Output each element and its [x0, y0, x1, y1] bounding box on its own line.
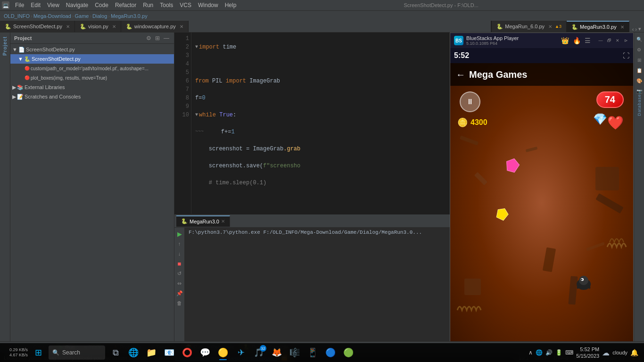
run-tab-megarun3[interactable]: 🐍 MegaRun3.0 ✕	[176, 215, 230, 227]
tab-close-megarun6[interactable]: ✕	[548, 24, 552, 29]
taskbar-app-red[interactable]: ⭕	[179, 344, 196, 361]
taskbar-clock[interactable]: 5:52 PM 5/15/2023	[576, 346, 599, 360]
pause-button[interactable]: ⏸	[460, 91, 480, 112]
run-tab-close[interactable]: ✕	[221, 219, 225, 224]
menu-help[interactable]: Help	[222, 1, 239, 9]
tab-vision[interactable]: 🐍 vision.py ✕	[75, 21, 121, 32]
bs-minimize-btn[interactable]: —	[597, 37, 604, 44]
taskbar-app-bluestacks[interactable]: 🟢	[340, 344, 357, 361]
debris-7	[543, 247, 556, 272]
tree-item-plotboxes[interactable]: 🔴 plot_boxes(img, results, move=True)	[10, 73, 174, 82]
tab-scroll-left[interactable]: ‹	[632, 26, 634, 32]
taskbar-app-taskview[interactable]: ⧉	[107, 344, 124, 361]
bs-zoom-icon[interactable]: ⛶	[623, 52, 629, 59]
run-up-btn[interactable]: ↑	[175, 239, 184, 248]
chevron-up-icon[interactable]: ∧	[528, 349, 533, 356]
tab-close-screenshotdetect[interactable]: ✕	[66, 24, 70, 29]
breadcrumb-item-3[interactable]: Dialog	[92, 13, 107, 19]
tree-item-screenshotdetect[interactable]: ▼ 🐍 ScreenShotDetect.py	[10, 54, 174, 64]
tab-windowcapture[interactable]: 🐍 windowcapture.py ✕	[121, 21, 189, 32]
tree-item-root[interactable]: ▼ 📄 ScreenShotDetect.py	[10, 45, 174, 54]
notification-center-icon[interactable]: 🔔	[630, 349, 638, 356]
taskbar-app-teams[interactable]: 💬	[197, 344, 214, 361]
project-gear-icon[interactable]: ⚙	[145, 35, 152, 41]
fold-1[interactable]: ▼	[195, 43, 198, 51]
start-button[interactable]: ⊞	[30, 344, 47, 361]
extlibs-icon: 📚	[17, 84, 24, 90]
run-down-btn[interactable]: ↓	[175, 249, 184, 258]
breadcrumb-item-2[interactable]: Game	[74, 13, 89, 19]
pause-icon: ⏸	[466, 98, 474, 106]
back-button[interactable]: ←	[456, 69, 465, 80]
sidebar-right-color[interactable]: 🎨	[635, 76, 644, 85]
taskbar-app-explorer[interactable]: 📁	[143, 344, 160, 361]
bs-extra-btn[interactable]: ⊳	[623, 37, 629, 44]
run-rerun-btn[interactable]: ↺	[175, 269, 184, 278]
sidebar-right-copy[interactable]: 📋	[635, 66, 644, 75]
run-trash-btn[interactable]: 🗑	[175, 299, 184, 307]
tab-screenshotdetect[interactable]: 🐍 ScreenShotDetect.py ✕	[0, 21, 75, 32]
tree-label-scratches: Scratches and Consoles	[25, 94, 81, 99]
tab-scroll-right[interactable]: ›	[635, 26, 637, 32]
bs-icon-2[interactable]: 🔥	[573, 37, 581, 44]
fold-5[interactable]: ▼	[195, 111, 198, 119]
tree-item-scratches[interactable]: ▶ 📝 Scratches and Consoles	[10, 92, 174, 101]
tree-item-custom[interactable]: 🔴 custom(path_or_model='path/to/model.pt…	[10, 64, 174, 73]
project-title: Project	[14, 35, 143, 41]
tab-megarun6[interactable]: 🐍 MegaRun_6.0.py ✕ ▲3	[492, 21, 567, 32]
taskbar-search-bar[interactable]: 🔍 Search	[49, 346, 105, 360]
tab-megarun3[interactable]: 🐍 MegaRun3.0.py ✕	[567, 21, 629, 32]
menu-code[interactable]: Code	[92, 1, 111, 9]
tab-close-vision[interactable]: ✕	[112, 24, 116, 29]
keyboard-icon[interactable]: ⌨	[565, 349, 573, 356]
run-stop-btn[interactable]: ■	[175, 259, 184, 268]
taskbar-app-pycharm[interactable]: 🟡	[215, 344, 231, 361]
project-layout-icon[interactable]: ⊞	[154, 35, 161, 41]
project-close-icon[interactable]: —	[163, 35, 170, 41]
bs-restore-btn[interactable]: 🗗	[606, 37, 612, 44]
run-play-btn[interactable]: ▶	[175, 230, 184, 238]
tree-item-extlibs[interactable]: ▶ 📚 External Libraries	[10, 82, 174, 92]
tab-close-megarun3[interactable]: ✕	[620, 25, 624, 30]
taskbar-app-telegram[interactable]: ✈	[232, 344, 249, 361]
volume-icon[interactable]: 🔊	[545, 349, 553, 356]
taskbar-app-mail[interactable]: 📧	[161, 344, 178, 361]
menu-run[interactable]: Run	[140, 1, 156, 9]
bs-menu-icon[interactable]: ☰	[585, 37, 591, 44]
weather-icon[interactable]: ☁	[602, 348, 610, 357]
sidebar-right-search[interactable]: 🔍	[635, 34, 644, 44]
network-icon[interactable]: 🌐	[536, 349, 543, 356]
run-wrap-btn[interactable]: ⇔	[175, 279, 184, 288]
bs-close-btn[interactable]: ✕	[614, 37, 621, 44]
menu-tools[interactable]: Tools	[157, 1, 176, 9]
menu-edit[interactable]: Edit	[28, 1, 43, 9]
taskbar-app-misc2[interactable]: 📱	[304, 344, 321, 361]
sidebar-right-gear[interactable]: ⚙	[635, 45, 644, 54]
run-pin-btn[interactable]: 📌	[175, 289, 184, 297]
project-tree-panel: Project ⚙ ⊞ — ▼ 📄 ScreenShotDetect.py ▼ …	[10, 33, 174, 341]
run-tab-label: MegaRun3.0	[190, 219, 219, 224]
taskbar-app-misc3[interactable]: 🔵	[322, 344, 339, 361]
clock-date: 5/15/2023	[576, 353, 599, 359]
menu-vcs[interactable]: VCS	[177, 1, 194, 9]
breadcrumb-item-1[interactable]: Mega-Download	[33, 13, 71, 19]
taskbar-system-tray: ∧ 🌐 🔊 🔋 ⌨ 5:52 PM 5/15/2023 ☁ cloudy 🔔	[525, 346, 642, 360]
menu-refactor[interactable]: Refactor	[112, 1, 139, 9]
taskbar-app-browser[interactable]: 🦊	[268, 344, 285, 361]
taskbar-app-music[interactable]: 🎵32	[250, 344, 267, 361]
taskbar-app-edge[interactable]: 🌐	[125, 344, 142, 361]
bluestacks-task-icon: 🟢	[343, 347, 354, 358]
menu-navigate[interactable]: Navigate	[63, 1, 91, 9]
tab-close-windowcapture[interactable]: ✕	[180, 24, 183, 29]
breadcrumb-item-4[interactable]: MegaRun3.0.py	[111, 13, 148, 19]
menu-view[interactable]: View	[44, 1, 62, 9]
sidebar-right-layout[interactable]: ⊞	[635, 55, 644, 65]
taskbar-app-misc1[interactable]: 🎼	[286, 344, 303, 361]
menu-window[interactable]: Window	[195, 1, 221, 9]
upload-speed: 0.29 KB/s	[2, 347, 28, 353]
menu-file[interactable]: File	[12, 1, 27, 9]
sidebar-right-database[interactable]: Database	[635, 100, 644, 110]
breadcrumb-item-0[interactable]: OLD_INFO	[4, 13, 30, 19]
bs-icon-1[interactable]: 👑	[561, 37, 569, 44]
tab-more[interactable]: ▾	[638, 26, 641, 32]
